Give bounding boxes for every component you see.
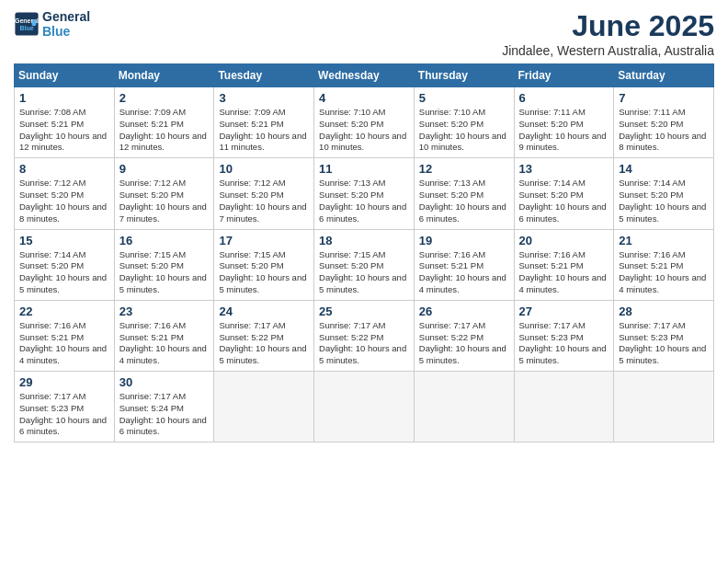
calendar-day-cell: 13Sunrise: 7:14 AM Sunset: 5:20 PM Dayli… [514,158,614,229]
day-info: Sunrise: 7:16 AM Sunset: 5:21 PM Dayligh… [519,249,609,296]
calendar-day-cell: 30Sunrise: 7:17 AM Sunset: 5:24 PM Dayli… [114,372,214,442]
calendar-day-cell [214,372,314,442]
location: Jindalee, Western Australia, Australia [502,43,714,58]
calendar-day-cell: 4Sunrise: 7:10 AM Sunset: 5:20 PM Daylig… [314,87,415,158]
calendar-header-row: Sunday Monday Tuesday Wednesday Thursday… [15,64,714,87]
calendar: Sunday Monday Tuesday Wednesday Thursday… [14,63,714,442]
day-number: 29 [19,375,109,389]
day-number: 13 [519,162,609,176]
day-info: Sunrise: 7:10 AM Sunset: 5:20 PM Dayligh… [319,107,409,154]
calendar-day-cell: 27Sunrise: 7:17 AM Sunset: 5:23 PM Dayli… [514,300,614,371]
calendar-day-cell: 24Sunrise: 7:17 AM Sunset: 5:22 PM Dayli… [214,300,314,371]
day-info: Sunrise: 7:17 AM Sunset: 5:23 PM Dayligh… [619,320,709,367]
calendar-day-cell: 10Sunrise: 7:12 AM Sunset: 5:20 PM Dayli… [214,158,314,229]
calendar-week-row: 29Sunrise: 7:17 AM Sunset: 5:23 PM Dayli… [15,372,714,442]
calendar-day-cell: 12Sunrise: 7:13 AM Sunset: 5:20 PM Dayli… [414,158,514,229]
calendar-day-cell: 5Sunrise: 7:10 AM Sunset: 5:20 PM Daylig… [414,87,514,158]
day-info: Sunrise: 7:15 AM Sunset: 5:20 PM Dayligh… [119,249,210,296]
day-number: 23 [119,304,210,318]
col-thursday: Thursday [414,64,514,87]
calendar-week-row: 8Sunrise: 7:12 AM Sunset: 5:20 PM Daylig… [15,158,714,229]
day-info: Sunrise: 7:09 AM Sunset: 5:21 PM Dayligh… [119,107,210,154]
calendar-day-cell: 22Sunrise: 7:16 AM Sunset: 5:21 PM Dayli… [15,300,115,371]
calendar-day-cell: 14Sunrise: 7:14 AM Sunset: 5:20 PM Dayli… [614,158,714,229]
logo-line1: General [42,9,90,24]
day-number: 4 [319,91,409,105]
day-number: 8 [19,162,109,176]
calendar-day-cell: 21Sunrise: 7:16 AM Sunset: 5:21 PM Dayli… [614,229,714,300]
day-info: Sunrise: 7:10 AM Sunset: 5:20 PM Dayligh… [419,107,509,154]
calendar-day-cell: 19Sunrise: 7:16 AM Sunset: 5:21 PM Dayli… [414,229,514,300]
day-number: 30 [119,375,210,389]
day-info: Sunrise: 7:17 AM Sunset: 5:22 PM Dayligh… [319,320,409,367]
day-info: Sunrise: 7:16 AM Sunset: 5:21 PM Dayligh… [619,249,709,296]
day-number: 18 [319,234,409,247]
day-number: 20 [519,234,609,247]
day-info: Sunrise: 7:08 AM Sunset: 5:21 PM Dayligh… [19,107,109,154]
title-block: June 2025 Jindalee, Western Australia, A… [502,9,714,58]
calendar-day-cell: 23Sunrise: 7:16 AM Sunset: 5:21 PM Dayli… [114,300,214,371]
day-info: Sunrise: 7:16 AM Sunset: 5:21 PM Dayligh… [119,320,210,367]
day-number: 12 [419,162,509,176]
day-number: 2 [119,91,210,105]
calendar-day-cell: 1Sunrise: 7:08 AM Sunset: 5:21 PM Daylig… [15,87,115,158]
logo-icon: General Blue [14,11,40,37]
day-number: 3 [219,91,309,105]
page-container: General Blue General Blue June 2025 Jind… [0,0,728,452]
calendar-day-cell: 28Sunrise: 7:17 AM Sunset: 5:23 PM Dayli… [614,300,714,371]
calendar-day-cell: 11Sunrise: 7:13 AM Sunset: 5:20 PM Dayli… [314,158,415,229]
calendar-week-row: 1Sunrise: 7:08 AM Sunset: 5:21 PM Daylig… [15,87,714,158]
logo: General Blue General Blue [14,9,90,39]
calendar-day-cell: 6Sunrise: 7:11 AM Sunset: 5:20 PM Daylig… [514,87,614,158]
day-number: 17 [219,234,309,247]
calendar-day-cell: 9Sunrise: 7:12 AM Sunset: 5:20 PM Daylig… [114,158,214,229]
day-info: Sunrise: 7:11 AM Sunset: 5:20 PM Dayligh… [519,107,609,154]
logo-line2: Blue [42,24,90,39]
day-info: Sunrise: 7:15 AM Sunset: 5:20 PM Dayligh… [219,249,309,296]
col-tuesday: Tuesday [214,64,314,87]
calendar-week-row: 22Sunrise: 7:16 AM Sunset: 5:21 PM Dayli… [15,300,714,371]
day-info: Sunrise: 7:11 AM Sunset: 5:20 PM Dayligh… [619,107,709,154]
day-info: Sunrise: 7:13 AM Sunset: 5:20 PM Dayligh… [319,178,409,224]
day-info: Sunrise: 7:16 AM Sunset: 5:21 PM Dayligh… [19,320,109,367]
calendar-day-cell: 20Sunrise: 7:16 AM Sunset: 5:21 PM Dayli… [514,229,614,300]
day-info: Sunrise: 7:16 AM Sunset: 5:21 PM Dayligh… [419,249,509,296]
calendar-day-cell: 8Sunrise: 7:12 AM Sunset: 5:20 PM Daylig… [15,158,115,229]
day-number: 9 [119,162,210,176]
day-info: Sunrise: 7:14 AM Sunset: 5:20 PM Dayligh… [19,249,109,296]
calendar-day-cell: 15Sunrise: 7:14 AM Sunset: 5:20 PM Dayli… [15,229,115,300]
day-number: 1 [19,91,109,105]
day-number: 14 [619,162,709,176]
day-number: 7 [619,91,709,105]
day-info: Sunrise: 7:17 AM Sunset: 5:23 PM Dayligh… [19,391,109,438]
day-number: 6 [519,91,609,105]
day-number: 21 [619,234,709,247]
calendar-day-cell [314,372,415,442]
col-saturday: Saturday [614,64,714,87]
day-number: 27 [519,304,609,318]
header: General Blue General Blue June 2025 Jind… [14,9,714,58]
day-info: Sunrise: 7:12 AM Sunset: 5:20 PM Dayligh… [219,178,309,224]
calendar-day-cell: 29Sunrise: 7:17 AM Sunset: 5:23 PM Dayli… [15,372,115,442]
day-number: 24 [219,304,309,318]
day-number: 22 [19,304,109,318]
calendar-day-cell: 18Sunrise: 7:15 AM Sunset: 5:20 PM Dayli… [314,229,415,300]
col-wednesday: Wednesday [314,64,415,87]
day-info: Sunrise: 7:14 AM Sunset: 5:20 PM Dayligh… [519,178,609,224]
day-number: 26 [419,304,509,318]
day-number: 5 [419,91,509,105]
day-info: Sunrise: 7:17 AM Sunset: 5:22 PM Dayligh… [419,320,509,367]
calendar-day-cell: 25Sunrise: 7:17 AM Sunset: 5:22 PM Dayli… [314,300,415,371]
calendar-day-cell: 2Sunrise: 7:09 AM Sunset: 5:21 PM Daylig… [114,87,214,158]
month-title: June 2025 [502,9,714,43]
day-number: 28 [619,304,709,318]
calendar-day-cell [414,372,514,442]
svg-text:Blue: Blue [19,25,33,31]
day-info: Sunrise: 7:17 AM Sunset: 5:24 PM Dayligh… [119,391,210,438]
calendar-day-cell [614,372,714,442]
calendar-day-cell: 16Sunrise: 7:15 AM Sunset: 5:20 PM Dayli… [114,229,214,300]
day-info: Sunrise: 7:09 AM Sunset: 5:21 PM Dayligh… [219,107,309,154]
col-friday: Friday [514,64,614,87]
day-number: 25 [319,304,409,318]
day-number: 11 [319,162,409,176]
